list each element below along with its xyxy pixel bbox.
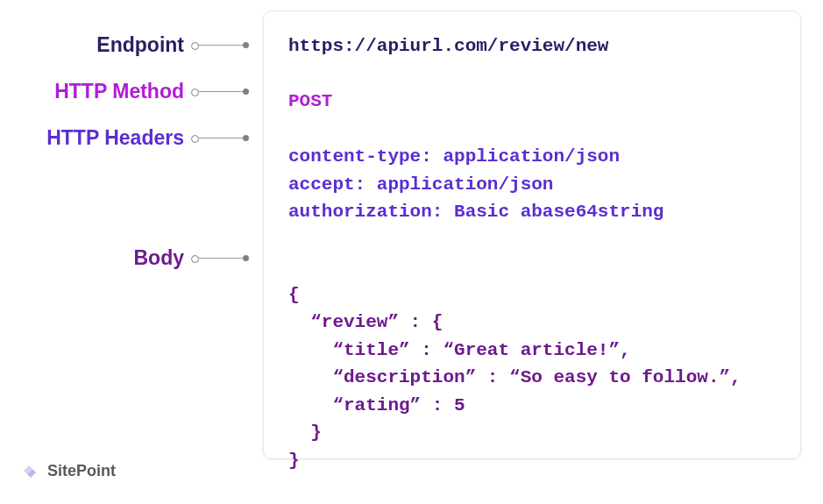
sitepoint-logo-icon (19, 460, 40, 481)
blank-line (288, 226, 776, 254)
header-line: accept: application/json (288, 171, 776, 199)
label-headers: HTTP Headers (46, 126, 184, 150)
body-line: { (288, 281, 776, 309)
label-endpoint: Endpoint (96, 33, 184, 57)
brand-name: SitePoint (47, 462, 116, 480)
label-body: Body (134, 246, 185, 270)
body-line: “description” : “So easy to follow.”, (288, 364, 776, 392)
body-line: } (288, 419, 776, 447)
request-card: https://apiurl.com/review/new POST conte… (263, 11, 801, 459)
blank-line (288, 253, 776, 281)
connector-icon (195, 258, 245, 259)
label-headers-row: HTTP Headers (0, 126, 245, 150)
connector-icon (195, 138, 245, 138)
body-line: } (288, 447, 776, 475)
blank-line (288, 60, 776, 89)
header-line: authorization: Basic abase64string (288, 198, 776, 226)
blank-line (288, 116, 776, 144)
label-endpoint-row: Endpoint (0, 33, 245, 57)
body-line: “title” : “Great article!”, (288, 337, 776, 365)
body-line: “review” : { (288, 309, 776, 337)
label-column: Endpoint HTTP Method HTTP Headers Body (0, 26, 245, 270)
method-line: POST (288, 88, 776, 116)
brand-footer: SitePoint (19, 460, 116, 481)
label-body-row: Body (0, 246, 245, 270)
connector-icon (195, 45, 245, 46)
label-method: HTTP Method (54, 80, 184, 103)
label-method-row: HTTP Method (0, 80, 245, 103)
header-line: content-type: application/json (288, 143, 776, 171)
connector-icon (195, 91, 245, 92)
endpoint-line: https://apiurl.com/review/new (288, 32, 776, 60)
body-line: “rating” : 5 (288, 392, 776, 420)
